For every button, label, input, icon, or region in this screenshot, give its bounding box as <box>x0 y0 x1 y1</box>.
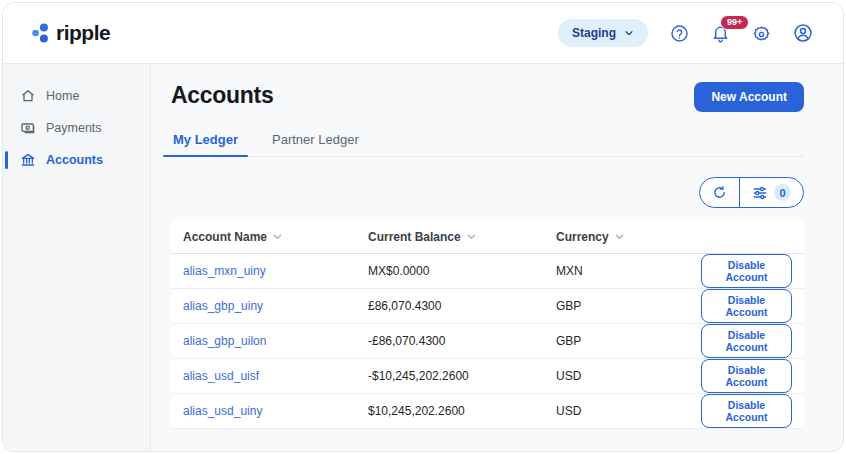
refresh-button[interactable] <box>700 178 739 207</box>
sort-chevron-icon <box>272 231 283 242</box>
column-label: Account Name <box>183 230 267 244</box>
sort-chevron-icon <box>614 231 625 242</box>
tab-partner-ledger[interactable]: Partner Ledger <box>270 132 361 156</box>
ripple-logo: ripple <box>31 21 110 45</box>
account-name-link[interactable]: alias_gbp_uilon <box>183 334 266 348</box>
page-header: Accounts New Account <box>171 78 804 112</box>
table-row: alias_gbp_uiny £86,070.4300 GBP Disable … <box>171 289 804 324</box>
disable-account-button[interactable]: Disable Account <box>701 394 792 428</box>
currency-value: GBP <box>556 334 701 348</box>
notifications-button[interactable]: 99+ <box>711 24 730 43</box>
app-body: Home Payments <box>3 64 843 451</box>
ledger-tabs: My Ledger Partner Ledger <box>171 132 804 157</box>
sidebar-item-label: Home <box>46 89 79 103</box>
account-name-link[interactable]: alias_usd_uiny <box>183 404 262 418</box>
user-avatar-icon <box>793 23 813 43</box>
sidebar: Home Payments <box>3 64 151 451</box>
notification-count-badge: 99+ <box>720 15 749 30</box>
table-header-row: Account Name Current Balance Currency <box>171 220 804 254</box>
table-row: alias_gbp_uilon -£86,070.4300 GBP Disabl… <box>171 324 804 359</box>
help-button[interactable] <box>670 24 689 43</box>
column-header-current-balance[interactable]: Current Balance <box>368 230 477 244</box>
account-name-link[interactable]: alias_mxn_uiny <box>183 264 266 278</box>
gear-icon <box>752 24 771 43</box>
new-account-button[interactable]: New Account <box>694 82 804 112</box>
currency-value: USD <box>556 369 701 383</box>
account-name-link[interactable]: alias_gbp_uiny <box>183 299 263 313</box>
sidebar-item-home[interactable]: Home <box>3 80 150 112</box>
filter-sliders-icon <box>752 185 768 201</box>
page-title: Accounts <box>171 82 273 109</box>
column-label: Current Balance <box>368 230 461 244</box>
profile-button[interactable] <box>793 23 813 43</box>
sidebar-item-accounts[interactable]: Accounts <box>3 144 150 176</box>
sidebar-item-payments[interactable]: Payments <box>3 112 150 144</box>
current-balance-value: -$10,245,202.2600 <box>368 369 556 383</box>
top-bar: ripple Staging <box>3 3 843 64</box>
currency-value: GBP <box>556 299 701 313</box>
currency-value: USD <box>556 404 701 418</box>
current-balance-value: £86,070.4300 <box>368 299 556 313</box>
sort-chevron-icon <box>466 231 477 242</box>
table-tools-group: 0 <box>699 177 804 208</box>
main-content: Accounts New Account My Ledger Partner L… <box>151 64 843 451</box>
current-balance-value: $10,245,202.2600 <box>368 404 556 418</box>
tab-my-ledger[interactable]: My Ledger <box>171 132 240 156</box>
disable-account-button[interactable]: Disable Account <box>701 289 792 323</box>
filter-count-badge: 0 <box>774 184 791 201</box>
help-icon <box>670 24 689 43</box>
payments-icon <box>20 120 36 136</box>
ripple-logo-icon <box>31 23 51 43</box>
environment-selector[interactable]: Staging <box>558 19 648 47</box>
environment-label: Staging <box>572 26 616 40</box>
table-row: alias_mxn_uiny MX$0.0000 MXN Disable Acc… <box>171 254 804 289</box>
chevron-down-icon <box>624 28 634 38</box>
ripple-logo-text: ripple <box>56 21 110 45</box>
top-bar-controls: Staging <box>558 19 813 47</box>
table-toolbar: 0 <box>171 177 804 208</box>
table-row: alias_usd_uisf -$10,245,202.2600 USD Dis… <box>171 359 804 394</box>
sidebar-item-label: Payments <box>46 121 102 135</box>
sidebar-item-label: Accounts <box>46 153 103 167</box>
home-icon <box>20 88 36 104</box>
disable-account-button[interactable]: Disable Account <box>701 359 792 393</box>
column-label: Currency <box>556 230 609 244</box>
bank-icon <box>20 152 36 168</box>
accounts-table: Account Name Current Balance Currency <box>171 220 804 429</box>
column-header-account-name[interactable]: Account Name <box>183 230 283 244</box>
filter-button[interactable]: 0 <box>739 178 803 207</box>
settings-button[interactable] <box>752 24 771 43</box>
account-name-link[interactable]: alias_usd_uisf <box>183 369 259 383</box>
currency-value: MXN <box>556 264 701 278</box>
disable-account-button[interactable]: Disable Account <box>701 324 792 358</box>
disable-account-button[interactable]: Disable Account <box>701 254 792 288</box>
app-window: ripple Staging <box>2 2 844 452</box>
current-balance-value: -£86,070.4300 <box>368 334 556 348</box>
column-header-currency[interactable]: Currency <box>556 230 625 244</box>
table-row: alias_usd_uiny $10,245,202.2600 USD Disa… <box>171 394 804 429</box>
current-balance-value: MX$0.0000 <box>368 264 556 278</box>
refresh-icon <box>712 185 727 200</box>
